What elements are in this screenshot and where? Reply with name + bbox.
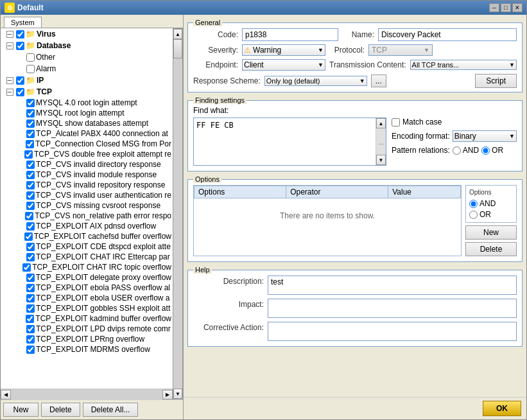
- close-button[interactable]: ✕: [512, 3, 523, 12]
- checkbox-tcp1[interactable]: [26, 130, 35, 138]
- checkbox-database[interactable]: [16, 42, 24, 50]
- response-dropdown-icon[interactable]: ▼: [359, 78, 365, 84]
- tree-item-tcp[interactable]: ─ 📁 TCP: [1, 86, 173, 98]
- list-item[interactable]: TCP_EXPLOIT CHAT IRC topic overflow: [1, 262, 173, 272]
- checkbox-tcp13[interactable]: [26, 253, 35, 261]
- list-item[interactable]: TCP_EXPLOIT LPD dvips remote comr: [1, 324, 173, 334]
- expand-tcp[interactable]: ─: [4, 87, 15, 97]
- list-item[interactable]: TCP_EXPLOIT ebola PASS overflow al: [1, 283, 173, 293]
- checkbox-alarm[interactable]: [26, 65, 35, 73]
- list-item[interactable]: TCP_EXPLOIT CHAT IRC Ettercap par: [1, 252, 173, 262]
- or-radio[interactable]: [481, 146, 490, 155]
- severity-dropdown-icon[interactable]: ▼: [318, 47, 324, 53]
- list-item[interactable]: MYSQL 4.0 root login attempt: [1, 98, 173, 108]
- options-new-button[interactable]: New: [465, 225, 517, 240]
- find-scroll-down[interactable]: ▼: [376, 155, 386, 165]
- tree-item-database[interactable]: ─ 📁 Database: [1, 40, 173, 51]
- impact-textarea[interactable]: [268, 299, 517, 318]
- checkbox-tcp[interactable]: [16, 88, 24, 96]
- checkbox-tcp21[interactable]: [26, 335, 35, 344]
- delete-all-button[interactable]: Delete All...: [83, 403, 139, 417]
- tree-item-other[interactable]: Other: [1, 51, 173, 63]
- scroll-left-btn[interactable]: ◀: [1, 390, 11, 399]
- checkbox-tcp2[interactable]: [26, 140, 34, 148]
- options-and-label[interactable]: AND: [469, 199, 513, 208]
- list-item[interactable]: TCP_CVS missing cvsroot response: [1, 200, 173, 211]
- list-item[interactable]: TCP_EXPLOIT LPRng overflow: [1, 334, 173, 344]
- checkbox-mysql2[interactable]: [26, 109, 35, 118]
- protocol-select-wrapper[interactable]: TCP ▼: [368, 44, 433, 56]
- scroll-right-btn[interactable]: ▶: [162, 390, 173, 399]
- checkbox-tcp19[interactable]: [26, 315, 34, 323]
- scroll-down-btn[interactable]: ▼: [173, 389, 182, 399]
- list-item[interactable]: TCP_EXPLOIT AIX pdnsd overflow: [1, 221, 173, 231]
- list-item[interactable]: TCP_CVS invalid directory response: [1, 159, 173, 170]
- vertical-scrollbar[interactable]: ▲ ▼: [173, 28, 183, 399]
- options-and-radio[interactable]: [469, 200, 478, 208]
- expand-ip[interactable]: ─: [4, 75, 15, 85]
- options-or-label[interactable]: OR: [469, 210, 513, 219]
- description-textarea[interactable]: test: [268, 276, 517, 295]
- checkbox-tcp7[interactable]: [26, 191, 35, 200]
- list-item[interactable]: TCP_CVS double free exploit attempt re: [1, 149, 173, 159]
- tree-item-virus[interactable]: ─ 📁 Virus: [1, 28, 173, 40]
- checkbox-mysql1[interactable]: [26, 99, 35, 107]
- list-item[interactable]: TCP_CVS invalid module response: [1, 170, 173, 180]
- tree-item-ip[interactable]: ─ 📁 IP: [1, 74, 173, 86]
- name-input[interactable]: [378, 28, 517, 41]
- list-item[interactable]: TCP_CVS non_relative path error respo: [1, 211, 173, 221]
- delete-button[interactable]: Delete: [41, 403, 80, 417]
- checkbox-tcp4[interactable]: [26, 161, 35, 169]
- list-item[interactable]: MYSQL show databases attempt: [1, 118, 173, 128]
- find-textarea[interactable]: FF FE CB: [194, 118, 376, 165]
- ok-button[interactable]: OK: [483, 401, 521, 416]
- checkbox-tcp18[interactable]: [26, 304, 35, 313]
- list-item[interactable]: TCP_EXPLOIT CDE dtspcd exploit atte: [1, 241, 173, 252]
- ellipsis-button[interactable]: ...: [371, 74, 386, 87]
- encoding-dropdown-icon[interactable]: ▼: [509, 133, 515, 139]
- checkbox-tcp20[interactable]: [26, 325, 35, 333]
- find-scroll-up[interactable]: ▲: [376, 118, 386, 128]
- list-item[interactable]: TCP_EXPLOIT gobbles SSH exploit att: [1, 303, 173, 313]
- protocol-dropdown-icon[interactable]: ▼: [424, 47, 429, 53]
- scroll-thumb[interactable]: [173, 39, 182, 58]
- or-radio-label[interactable]: OR: [481, 146, 503, 155]
- transmission-select-wrapper[interactable]: All TCP trans... ▼: [410, 60, 517, 70]
- horizontal-scrollbar[interactable]: ◀ ▶: [1, 389, 173, 399]
- transmission-dropdown-icon[interactable]: ▼: [509, 62, 515, 68]
- code-input[interactable]: [242, 28, 338, 41]
- list-item[interactable]: MYSQL root login attempt: [1, 108, 173, 118]
- checkbox-tcp5[interactable]: [26, 171, 35, 179]
- new-button[interactable]: New: [3, 403, 39, 417]
- checkbox-tcp8[interactable]: [26, 202, 35, 210]
- checkbox-tcp15[interactable]: [26, 274, 35, 282]
- response-select-wrapper[interactable]: Only log (default) ▼: [264, 76, 367, 86]
- expand-database[interactable]: ─: [4, 40, 15, 51]
- scroll-h-track[interactable]: [11, 390, 162, 399]
- scroll-up-btn[interactable]: ▲: [173, 29, 182, 39]
- scroll-v-track[interactable]: [173, 39, 182, 389]
- checkbox-tcp17[interactable]: [26, 294, 35, 302]
- list-item[interactable]: TCP_Alcatel PABX 4400 connection at: [1, 128, 173, 139]
- severity-select-wrapper[interactable]: ⚠ Warning ▼: [242, 44, 325, 56]
- match-case-checkbox[interactable]: [392, 118, 400, 127]
- minimize-button[interactable]: ─: [489, 3, 499, 12]
- maximize-button[interactable]: □: [501, 3, 511, 12]
- and-radio-label[interactable]: AND: [453, 146, 479, 155]
- encoding-select-wrapper[interactable]: Binary ▼: [453, 130, 517, 142]
- checkbox-virus[interactable]: [16, 30, 24, 39]
- checkbox-tcp12[interactable]: [26, 243, 35, 251]
- checkbox-ip[interactable]: [16, 76, 24, 85]
- list-item[interactable]: TCP_CVS invalid user authentication re: [1, 190, 173, 200]
- list-item[interactable]: TCP_EXPLOIT delegate proxy overflow: [1, 272, 173, 283]
- tree-container[interactable]: ─ 📁 Virus ─ 📁 Database: [1, 28, 173, 389]
- checkbox-other[interactable]: [26, 53, 35, 62]
- checkbox-mysql3[interactable]: [26, 119, 35, 128]
- checkbox-tcp3[interactable]: [24, 150, 33, 159]
- checkbox-tcp9[interactable]: [25, 212, 33, 220]
- expand-virus[interactable]: ─: [4, 29, 15, 39]
- corrective-textarea[interactable]: [268, 322, 517, 341]
- list-item[interactable]: TCP_CVS invalid repository response: [1, 180, 173, 190]
- system-tab[interactable]: System: [4, 17, 42, 28]
- list-item[interactable]: TCP_Connection Closed MSG from Por: [1, 139, 173, 149]
